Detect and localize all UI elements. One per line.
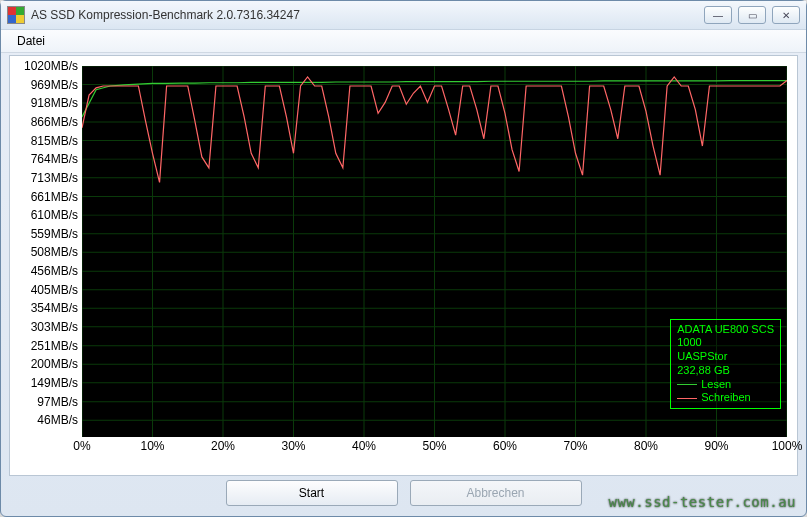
plot-area: ADATA UE800 SCS 1000 UASPStor 232,88 GB … (82, 66, 787, 437)
legend-driver: UASPStor (677, 350, 774, 364)
y-tick-label: 610MB/s (31, 208, 78, 222)
window-controls: — ▭ ✕ (704, 6, 800, 24)
y-tick-label: 508MB/s (31, 245, 78, 259)
window-title: AS SSD Kompression-Benchmark 2.0.7316.34… (31, 8, 704, 22)
x-axis: 0%10%20%30%40%50%60%70%80%90%100% (82, 439, 787, 455)
y-tick-label: 456MB/s (31, 264, 78, 278)
abort-button: Abbrechen (410, 480, 582, 506)
x-tick-label: 70% (563, 439, 587, 453)
x-tick-label: 50% (422, 439, 446, 453)
x-tick-label: 80% (634, 439, 658, 453)
y-tick-label: 918MB/s (31, 96, 78, 110)
start-button[interactable]: Start (226, 480, 398, 506)
y-tick-label: 405MB/s (31, 283, 78, 297)
y-tick-label: 1020MB/s (24, 59, 78, 73)
y-tick-label: 713MB/s (31, 171, 78, 185)
x-tick-label: 0% (73, 439, 90, 453)
maximize-button[interactable]: ▭ (738, 6, 766, 24)
y-tick-label: 303MB/s (31, 320, 78, 334)
legend-box: ADATA UE800 SCS 1000 UASPStor 232,88 GB … (670, 319, 781, 410)
content-panel: 46MB/s97MB/s149MB/s200MB/s251MB/s303MB/s… (9, 55, 798, 476)
menubar: Datei (1, 30, 806, 53)
y-tick-label: 251MB/s (31, 339, 78, 353)
x-tick-label: 60% (493, 439, 517, 453)
legend-device: ADATA UE800 SCS (677, 323, 774, 337)
x-tick-label: 100% (772, 439, 803, 453)
y-tick-label: 200MB/s (31, 357, 78, 371)
legend-firmware: 1000 (677, 336, 774, 350)
x-tick-label: 40% (352, 439, 376, 453)
titlebar: AS SSD Kompression-Benchmark 2.0.7316.34… (1, 1, 806, 30)
legend-read: Lesen (677, 378, 774, 392)
y-axis: 46MB/s97MB/s149MB/s200MB/s251MB/s303MB/s… (16, 60, 80, 455)
x-tick-label: 20% (211, 439, 235, 453)
watermark: www.ssd-tester.com.au (608, 494, 796, 510)
y-tick-label: 559MB/s (31, 227, 78, 241)
app-window: AS SSD Kompression-Benchmark 2.0.7316.34… (0, 0, 807, 517)
legend-write: Schreiben (677, 391, 774, 405)
minimize-button[interactable]: — (704, 6, 732, 24)
chart: 46MB/s97MB/s149MB/s200MB/s251MB/s303MB/s… (16, 60, 791, 455)
app-icon (7, 6, 25, 24)
y-tick-label: 149MB/s (31, 376, 78, 390)
x-tick-label: 90% (704, 439, 728, 453)
x-tick-label: 10% (140, 439, 164, 453)
y-tick-label: 354MB/s (31, 301, 78, 315)
y-tick-label: 969MB/s (31, 78, 78, 92)
close-button[interactable]: ✕ (772, 6, 800, 24)
y-tick-label: 661MB/s (31, 190, 78, 204)
menu-file[interactable]: Datei (9, 32, 53, 50)
x-tick-label: 30% (281, 439, 305, 453)
y-tick-label: 46MB/s (37, 413, 78, 427)
y-tick-label: 815MB/s (31, 134, 78, 148)
y-tick-label: 866MB/s (31, 115, 78, 129)
legend-capacity: 232,88 GB (677, 364, 774, 378)
y-tick-label: 97MB/s (37, 395, 78, 409)
y-tick-label: 764MB/s (31, 152, 78, 166)
